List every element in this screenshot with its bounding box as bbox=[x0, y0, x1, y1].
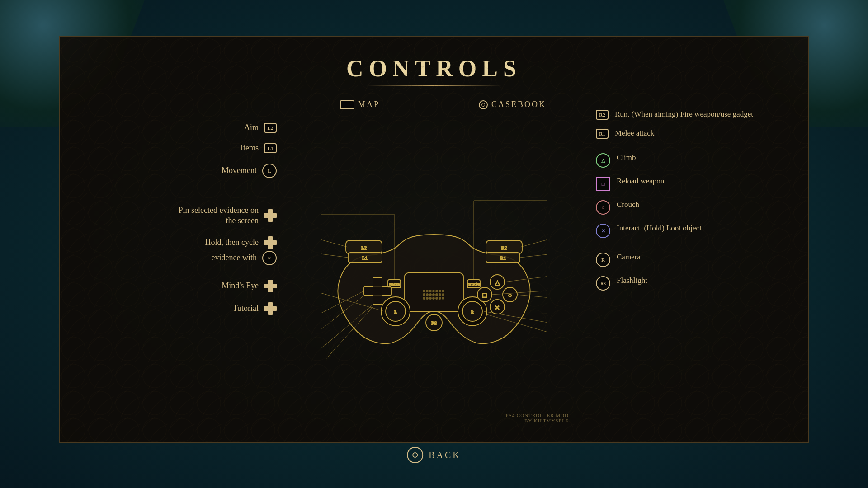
l1-button: L1 bbox=[264, 143, 277, 153]
controller-svg: L2 L1 R2 R1 SHARE OPTIONS PS bbox=[321, 192, 547, 359]
attribution-line1: PS4 CONTROLLER MOD bbox=[505, 413, 569, 418]
svg-point-51 bbox=[442, 297, 444, 299]
svg-line-55 bbox=[520, 230, 547, 247]
svg-point-46 bbox=[426, 297, 428, 299]
left-controls-panel: Aim L2 Items L1 Movement L Pin selected … bbox=[60, 95, 286, 437]
svg-point-48 bbox=[433, 297, 434, 299]
center-controller-area: MAP CASEBOOK bbox=[286, 95, 582, 437]
triangle-badge: △ bbox=[596, 153, 610, 168]
circle-badge: ○ bbox=[596, 200, 610, 215]
svg-point-42 bbox=[436, 294, 438, 296]
control-circle: ○ Crouch bbox=[596, 199, 808, 215]
right-controls-panel: R2 Run. (When aiming) Fire weapon/use ga… bbox=[582, 95, 808, 437]
l-stick-button: L bbox=[262, 164, 277, 178]
control-minds-eye: Mind's Eye bbox=[222, 280, 277, 292]
options-button-icon bbox=[479, 100, 488, 109]
control-square: □ Reload weapon bbox=[596, 176, 808, 191]
svg-text:R2: R2 bbox=[501, 245, 507, 250]
control-r-camera: R Camera bbox=[596, 252, 808, 267]
r2-badge: R2 bbox=[596, 110, 609, 120]
control-items: Items L1 bbox=[241, 143, 277, 153]
dpad-icon-minds-eye bbox=[264, 280, 277, 292]
svg-point-50 bbox=[439, 297, 441, 299]
control-pin-evidence: Pin selected evidence onthe screen bbox=[179, 205, 277, 226]
svg-text:△: △ bbox=[495, 279, 500, 286]
svg-point-34 bbox=[433, 290, 434, 292]
svg-text:PS: PS bbox=[431, 320, 437, 326]
svg-point-47 bbox=[429, 297, 431, 299]
casebook-label-area: CASEBOOK bbox=[479, 100, 546, 109]
r1-badge: R1 bbox=[596, 129, 609, 139]
control-cross: ✕ Interact. (Hold) Loot object. bbox=[596, 223, 808, 238]
svg-point-40 bbox=[429, 294, 431, 296]
dpad-icon-cycle bbox=[264, 236, 277, 249]
aim-label: Aim bbox=[244, 122, 259, 133]
r2-label: Run. (When aiming) Fire weapon/use gadge… bbox=[615, 109, 753, 120]
r3-flashlight-label: Flashlight bbox=[617, 275, 647, 286]
svg-line-56 bbox=[520, 250, 547, 258]
attribution-text: PS4 CONTROLLER MOD BY KILTMYSELF bbox=[505, 413, 569, 423]
svg-text:□: □ bbox=[483, 292, 487, 299]
dpad-icon-tutorial bbox=[264, 302, 277, 315]
svg-point-32 bbox=[426, 290, 428, 292]
attribution-line2: BY KILTMYSELF bbox=[505, 418, 569, 423]
svg-text:L: L bbox=[394, 310, 397, 314]
svg-point-44 bbox=[442, 294, 444, 296]
movement-label: Movement bbox=[222, 165, 257, 176]
svg-rect-22 bbox=[373, 277, 382, 305]
share-button-icon bbox=[340, 100, 354, 109]
circle-label: Crouch bbox=[617, 199, 639, 210]
casebook-label: CASEBOOK bbox=[491, 100, 546, 109]
l2-button: L2 bbox=[264, 123, 277, 133]
square-badge: □ bbox=[596, 177, 610, 191]
r-camera-label: Camera bbox=[617, 252, 641, 263]
main-panel: CONTROLS Aim L2 Items L1 Movement L Pin … bbox=[59, 36, 809, 443]
svg-text:SHARE: SHARE bbox=[389, 282, 400, 286]
svg-text:○: ○ bbox=[508, 292, 512, 299]
svg-point-39 bbox=[426, 294, 428, 296]
dpad-icon-pin bbox=[264, 209, 277, 222]
content-area: Aim L2 Items L1 Movement L Pin selected … bbox=[60, 95, 808, 437]
control-r1: R1 Melee attack bbox=[596, 128, 808, 139]
svg-line-52 bbox=[321, 232, 348, 247]
items-label: Items bbox=[241, 143, 259, 153]
page-title: CONTROLS bbox=[60, 37, 808, 82]
back-button-circle bbox=[407, 447, 423, 463]
control-aim: Aim L2 bbox=[244, 122, 277, 133]
evidence-with-label: evidence with bbox=[212, 253, 257, 263]
svg-point-49 bbox=[436, 297, 438, 299]
svg-text:L2: L2 bbox=[361, 245, 367, 250]
back-button-label: BACK bbox=[429, 450, 461, 460]
svg-point-41 bbox=[433, 294, 434, 296]
triangle-label: Climb bbox=[617, 152, 636, 163]
r-camera-badge: R bbox=[596, 253, 610, 267]
r-button-cycle: R bbox=[262, 251, 277, 265]
r3-badge: R3 bbox=[596, 276, 610, 291]
control-tutorial: Tutorial bbox=[233, 302, 277, 315]
map-label-area: MAP bbox=[340, 100, 380, 109]
svg-point-45 bbox=[423, 297, 425, 299]
svg-text:L1: L1 bbox=[362, 255, 368, 261]
svg-point-36 bbox=[439, 290, 441, 292]
control-r2: R2 Run. (When aiming) Fire weapon/use ga… bbox=[596, 109, 808, 120]
control-hold-cycle: Hold, then cycle evidence with R bbox=[205, 236, 277, 265]
control-triangle: △ Climb bbox=[596, 152, 808, 168]
svg-text:R: R bbox=[471, 310, 474, 314]
back-button[interactable]: BACK bbox=[407, 447, 461, 463]
svg-point-33 bbox=[429, 290, 431, 292]
svg-point-37 bbox=[442, 290, 444, 292]
svg-text:R1: R1 bbox=[500, 255, 506, 261]
svg-point-43 bbox=[439, 294, 441, 296]
map-label: MAP bbox=[358, 100, 380, 109]
title-underline bbox=[366, 85, 502, 86]
r1-label: Melee attack bbox=[615, 128, 654, 139]
control-movement: Movement L bbox=[222, 164, 277, 178]
svg-text:✕: ✕ bbox=[495, 305, 500, 311]
hold-cycle-label: Hold, then cycle bbox=[205, 237, 259, 248]
square-label: Reload weapon bbox=[617, 176, 664, 187]
control-r3-flashlight: R3 Flashlight bbox=[596, 275, 808, 291]
cross-label: Interact. (Hold) Loot object. bbox=[617, 223, 703, 234]
tutorial-label: Tutorial bbox=[233, 303, 259, 314]
svg-text:OPTIONS: OPTIONS bbox=[467, 282, 481, 286]
cross-badge: ✕ bbox=[596, 224, 610, 238]
